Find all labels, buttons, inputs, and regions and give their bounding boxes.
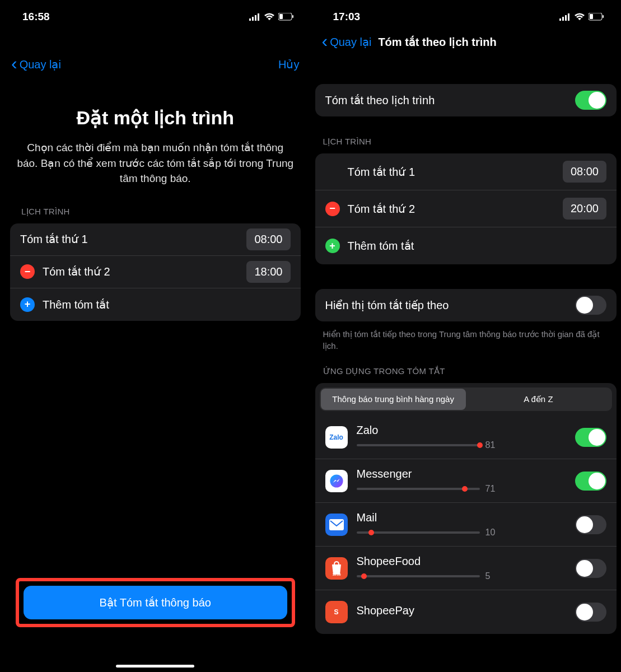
app-toggle[interactable] (575, 428, 606, 447)
svg-rect-15 (329, 519, 344, 530)
time-picker[interactable]: 08:00 (563, 161, 606, 183)
app-info: Mail10 (357, 511, 576, 538)
summary-row-1[interactable]: Tóm tắt thứ 1 08:00 (10, 223, 301, 256)
app-row[interactable]: 10.10ShopeeFood5 (315, 547, 617, 590)
schedule-list: Tóm tắt thứ 1 08:00 − Tóm tắt thứ 2 18:0… (10, 223, 301, 321)
notification-bar (357, 444, 480, 446)
app-icon: S (325, 601, 348, 623)
cellular-icon (559, 13, 571, 21)
summary-row-2[interactable]: − Tóm tắt thứ 2 20:00 (315, 190, 617, 227)
phone-left: 16:58 ‹ Quay lại Hủy Đặt một lịch trình … (0, 0, 311, 672)
page-description: Chọn các thời điểm mà bạn muốn nhận tóm … (0, 140, 311, 186)
svg-rect-10 (568, 13, 569, 21)
app-toggle[interactable] (575, 603, 606, 622)
notification-count: 5 (485, 571, 491, 581)
app-info: ShopeeFood5 (357, 555, 576, 581)
summary-row-1[interactable]: Tóm tắt thứ 1 08:00 (315, 153, 617, 190)
add-label: Thêm tóm tắt (43, 298, 291, 311)
toggle-label: Hiển thị tóm tắt tiếp theo (325, 298, 576, 312)
enable-summary-button[interactable]: Bật Tóm tắt thông báo (24, 586, 287, 619)
nav-bar: ‹ Quay lại Tóm tắt theo lịch trình (311, 28, 622, 56)
app-info: Zalo81 (357, 424, 576, 450)
nav-bar: ‹ Quay lại Hủy (0, 50, 311, 78)
app-bar-row: 5 (357, 571, 576, 581)
summary-label: Tóm tắt thứ 2 (43, 265, 246, 278)
svg-rect-13 (603, 15, 604, 18)
bar-dot (477, 442, 483, 448)
cta-wrap: Bật Tóm tắt thông báo (0, 578, 311, 627)
summary-label: Tóm tắt thứ 1 (348, 165, 563, 179)
bar-dot (368, 530, 374, 535)
back-button[interactable]: ‹ Quay lại (322, 34, 372, 50)
svg-rect-9 (565, 15, 567, 21)
status-time: 17:03 (333, 11, 361, 23)
remove-icon[interactable]: − (20, 264, 35, 279)
cellular-icon (249, 13, 260, 21)
app-row[interactable]: Messenger71 (315, 459, 617, 503)
add-summary-row[interactable]: + Thêm tóm tắt (10, 288, 301, 321)
app-name: Zalo (357, 424, 576, 437)
schedule-list: Tóm tắt thứ 1 08:00 − Tóm tắt thứ 2 20:0… (315, 153, 617, 264)
sort-by-average[interactable]: Thông báo trung bình hàng ngày (321, 389, 466, 410)
back-button[interactable]: ‹ Quay lại (11, 57, 61, 72)
app-icon (325, 470, 348, 492)
status-indicators (559, 13, 604, 21)
chevron-left-icon: ‹ (11, 54, 17, 72)
battery-icon (278, 13, 294, 21)
bar-dot (462, 486, 468, 492)
app-icon (325, 514, 348, 536)
sort-segmented-control[interactable]: Thông báo trung bình hàng ngày A đến Z (320, 388, 613, 411)
phone-right: 17:03 ‹ Quay lại Tóm tắt theo lịch trình… (311, 0, 622, 672)
app-row[interactable]: SShopeePay (315, 590, 617, 634)
schedule-header: LỊCH TRÌNH (0, 186, 311, 223)
status-bar: 16:58 (0, 0, 311, 28)
chevron-left-icon: ‹ (322, 32, 328, 50)
svg-rect-5 (279, 14, 283, 19)
summary-row-2[interactable]: − Tóm tắt thứ 2 18:00 (10, 256, 301, 288)
add-icon: + (20, 297, 35, 312)
scheduled-summary-toggle[interactable] (575, 91, 606, 110)
app-row[interactable]: Mail10 (315, 503, 617, 547)
svg-rect-3 (258, 13, 259, 21)
notification-bar (357, 488, 480, 490)
app-name: ShopeePay (357, 604, 576, 617)
time-picker[interactable]: 08:00 (246, 228, 290, 250)
app-icon: 10.10 (325, 557, 348, 580)
app-name: ShopeeFood (357, 555, 576, 568)
time-picker[interactable]: 18:00 (246, 261, 290, 283)
toggle-label: Tóm tắt theo lịch trình (325, 94, 576, 107)
time-picker[interactable]: 20:00 (563, 198, 606, 220)
app-row[interactable]: ZaloZalo81 (315, 416, 617, 459)
svg-rect-12 (590, 14, 593, 19)
status-time: 16:58 (22, 11, 50, 23)
back-label: Quay lại (20, 58, 61, 71)
app-name: Messenger (357, 468, 576, 480)
page-title: Đặt một lịch trình (11, 106, 300, 129)
home-indicator[interactable] (116, 665, 194, 668)
apps-header: ỨNG DỤNG TRONG TÓM TẮT (311, 352, 622, 383)
app-bar-row: 10 (357, 528, 576, 538)
app-toggle[interactable] (575, 559, 606, 578)
scheduled-summary-toggle-row[interactable]: Tóm tắt theo lịch trình (315, 84, 617, 116)
cancel-button[interactable]: Hủy (278, 58, 299, 71)
show-next-summary-row[interactable]: Hiển thị tóm tắt tiếp theo (315, 289, 617, 321)
notification-count: 10 (485, 528, 496, 538)
sort-by-az[interactable]: A đến Z (466, 389, 611, 410)
app-toggle[interactable] (575, 472, 606, 491)
remove-icon[interactable]: − (325, 202, 340, 216)
add-summary-row[interactable]: + Thêm tóm tắt (315, 227, 617, 264)
svg-rect-6 (292, 15, 293, 18)
app-toggle[interactable] (575, 515, 606, 534)
add-icon: + (325, 239, 340, 253)
apps-list: Thông báo trung bình hàng ngày A đến Z Z… (315, 383, 617, 634)
notification-count: 71 (485, 484, 496, 494)
svg-point-14 (330, 474, 343, 487)
battery-icon (589, 13, 604, 21)
app-bar-row: 81 (357, 440, 576, 450)
status-indicators (249, 13, 294, 21)
cta-highlight: Bật Tóm tắt thông báo (16, 578, 295, 627)
notification-bar (357, 531, 480, 534)
show-next-summary-toggle[interactable] (575, 296, 606, 315)
status-bar: 17:03 (311, 0, 622, 28)
schedule-header: LỊCH TRÌNH (311, 116, 622, 153)
